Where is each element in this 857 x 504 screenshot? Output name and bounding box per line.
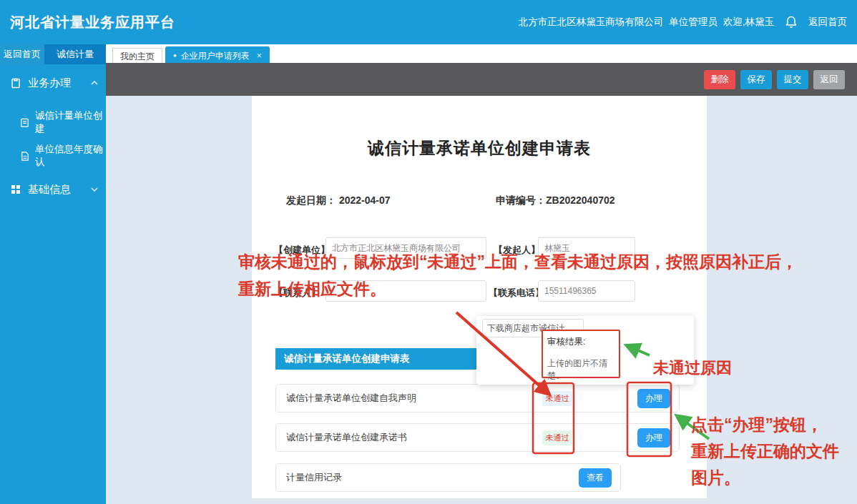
status-badge-not-passed[interactable]: 未通过: [542, 391, 572, 406]
nav-row: 返回首页 诚信计量 我的主页 ● 企业用户申请列表 ×: [0, 44, 857, 64]
view-button[interactable]: 查看: [579, 468, 612, 488]
field-label-initiator: 【发起人】: [494, 244, 540, 257]
contact-input[interactable]: [325, 280, 486, 302]
nav-module-tab[interactable]: 诚信计量: [44, 44, 106, 64]
sidebar-group-label: 基础信息: [28, 183, 71, 197]
sidebar-item-annual-confirmation[interactable]: 单位信息年度确认: [0, 147, 106, 165]
chevron-down-icon: [90, 186, 99, 193]
sidebar-group-label: 业务办理: [28, 76, 71, 90]
doc-name: 计量信用记录: [286, 471, 342, 484]
initiate-date: 发起日期： 2022-04-07: [286, 194, 391, 207]
sidebar: 业务办理 诚信计量单位创建 单位信息年度确认 基础信息: [0, 64, 106, 504]
review-result-box: 审核结果: 上传的图片不清楚。: [542, 330, 620, 378]
sidebar-item-label: 诚信计量单位创建: [35, 109, 106, 135]
doc-name: 诚信计量承诺单位创建自我声明: [286, 392, 416, 405]
application-form-page: 诚信计量承诺单位创建申请表 发起日期： 2022-04-07 申请编号：ZB20…: [252, 96, 707, 498]
doc-row-credit-record: 计量信用记录 查看: [275, 463, 621, 492]
form-title: 诚信计量承诺单位创建申请表: [252, 137, 707, 159]
doc-row-self-declaration: 诚信计量承诺单位创建自我声明 未通过 办理: [275, 384, 680, 412]
bell-icon[interactable]: [784, 15, 798, 29]
user-role: 单位管理员: [669, 16, 718, 29]
sidebar-item-unit-creation[interactable]: 诚信计量单位创建: [0, 113, 106, 132]
field-label-create-unit: 【创建单位】: [274, 244, 330, 257]
annotation-bottom-note: 点击“办理”按钮， 重新上传正确的文件 图片。: [691, 412, 839, 491]
company-name: 北方市正北区林黛玉商场有限公司: [519, 16, 664, 29]
file-icon: [19, 117, 30, 128]
field-label-phone: 【联系电话】: [489, 287, 544, 300]
close-tab-icon[interactable]: ×: [257, 51, 262, 61]
phone-input[interactable]: [538, 280, 635, 302]
nav-back-home[interactable]: 返回首页: [0, 44, 44, 64]
clipboard-icon: [10, 77, 21, 89]
tab-enterprise-application-list[interactable]: ● 企业用户申请列表 ×: [165, 46, 270, 64]
create-unit-input[interactable]: [325, 237, 486, 259]
handle-button[interactable]: 办理: [637, 428, 670, 448]
doc-name: 诚信计量承诺单位创建承诺书: [286, 431, 407, 444]
review-tooltip-card: 下载商店超市诚信计 审核结果: 上传的图片不清楚。: [476, 316, 694, 385]
welcome-text: 欢迎,林黛玉: [723, 16, 774, 29]
user-info: 北方市正北区林黛玉商场有限公司 单位管理员 欢迎,林黛玉: [519, 16, 774, 29]
review-result-title: 审核结果:: [547, 336, 614, 348]
sidebar-group-business[interactable]: 业务办理: [0, 74, 106, 92]
review-result-message: 上传的图片不清楚。: [547, 357, 614, 382]
grid-icon: [10, 184, 21, 195]
return-button[interactable]: 返回: [813, 70, 845, 89]
field-label-contact: 【联系人】: [274, 287, 320, 300]
header-user-area: 北方市正北区林黛玉商场有限公司 单位管理员 欢迎,林黛玉 返回首页: [519, 15, 847, 29]
handle-button[interactable]: 办理: [637, 389, 670, 408]
tab-my-homepage[interactable]: 我的主页: [112, 48, 162, 64]
tab-label: 企业用户申请列表: [181, 50, 250, 62]
save-button[interactable]: 保存: [740, 70, 772, 89]
sidebar-item-label: 单位信息年度确认: [35, 143, 106, 169]
initiator-input[interactable]: [538, 237, 635, 259]
active-tab-dot-icon: ●: [173, 53, 177, 59]
page-tabs: 我的主页 ● 企业用户申请列表 ×: [106, 44, 857, 64]
document-icon: [19, 151, 30, 162]
header-back-home-link[interactable]: 返回首页: [808, 16, 847, 29]
top-header: 河北省计量业务应用平台 北方市正北区林黛玉商场有限公司 单位管理员 欢迎,林黛玉…: [0, 0, 857, 44]
sidebar-group-basic-info[interactable]: 基础信息: [0, 180, 106, 199]
form-toolbar: 删除 保存 提交 返回: [106, 63, 857, 96]
chevron-up-icon: [90, 79, 99, 87]
delete-button[interactable]: 删除: [704, 70, 735, 89]
submit-button[interactable]: 提交: [777, 70, 808, 89]
doc-row-commitment-letter: 诚信计量承诺单位创建承诺书 未通过 办理: [275, 423, 680, 452]
app-window: 河北省计量业务应用平台 北方市正北区林黛玉商场有限公司 单位管理员 欢迎,林黛玉…: [0, 0, 857, 504]
page-title: 河北省计量业务应用平台: [10, 13, 175, 32]
application-number: 申请编号：ZB2022040702: [496, 194, 615, 207]
status-badge-not-passed[interactable]: 未通过: [542, 430, 572, 445]
